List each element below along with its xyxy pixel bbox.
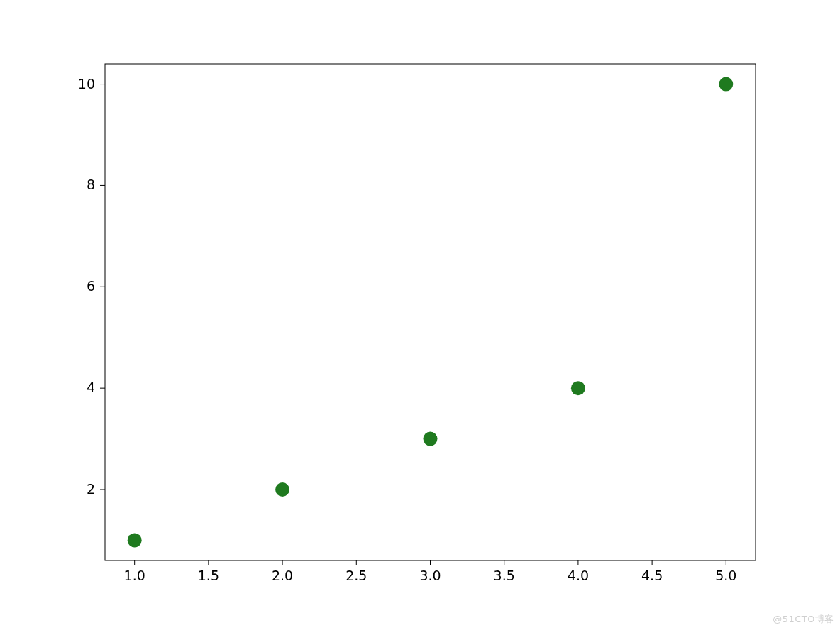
x-tick-label: 3.5 [494, 568, 515, 583]
x-tick-label: 1.0 [124, 568, 145, 583]
x-tick-label: 4.0 [568, 568, 589, 583]
watermark-text: @51CTO博客 [773, 613, 834, 626]
data-point [719, 77, 733, 92]
x-tick-label: 3.0 [419, 568, 441, 583]
x-tick-label: 2.0 [272, 568, 293, 583]
data-point [571, 381, 585, 395]
data-point [128, 533, 142, 547]
y-tick-label: 6 [87, 278, 95, 294]
plot-border [105, 64, 756, 560]
x-tick-label: 2.5 [346, 568, 367, 583]
data-point [275, 482, 289, 497]
y-tick-label: 10 [78, 76, 95, 92]
scatter-chart: 1.01.52.02.53.03.54.04.55.0246810 [0, 0, 840, 630]
x-tick-label: 1.5 [198, 568, 219, 583]
x-tick-label: 5.0 [715, 568, 736, 583]
y-tick-label: 8 [87, 177, 95, 192]
y-tick-label: 2 [87, 481, 95, 497]
x-tick-label: 4.5 [641, 568, 663, 583]
chart-svg: 1.01.52.02.53.03.54.04.55.0246810 [0, 0, 840, 630]
y-tick-label: 4 [87, 380, 95, 395]
data-point [424, 432, 438, 446]
